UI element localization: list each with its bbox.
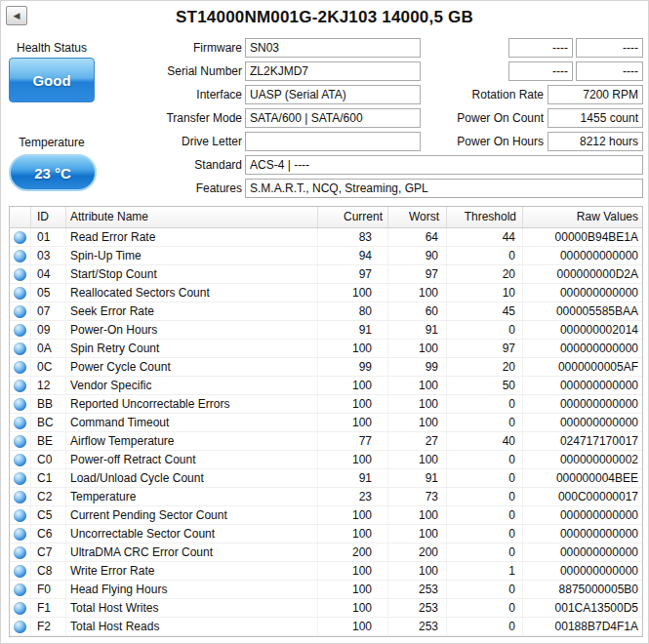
field-value-power-on-count: 1455 count xyxy=(548,108,643,128)
attr-id: F0 xyxy=(31,581,66,598)
table-row[interactable]: 01Read Error Rate83644400000B94BE1A xyxy=(10,228,642,247)
status-dot-blue-icon xyxy=(14,509,26,522)
table-row[interactable]: 04Start/Stop Count979720000000000D2A xyxy=(10,265,642,284)
attr-raw-values: 001CA13500D5 xyxy=(523,599,642,617)
attr-worst: 100 xyxy=(388,414,447,431)
status-cell xyxy=(10,562,31,580)
attr-worst: 100 xyxy=(388,506,447,524)
status-cell xyxy=(10,469,31,487)
attr-id: C1 xyxy=(31,469,66,487)
attr-name: Airflow Temperature xyxy=(66,432,318,450)
attr-current: 99 xyxy=(318,358,388,376)
attr-worst: 253 xyxy=(388,618,447,635)
column-header-id: ID xyxy=(31,207,66,227)
attr-name: Uncorrectable Sector Count xyxy=(66,525,318,543)
column-header-cur: Current xyxy=(318,207,388,227)
attr-id: C5 xyxy=(31,506,66,524)
attr-threshold: 0 xyxy=(447,506,523,524)
table-row[interactable]: C5Current Pending Sector Count1001000000… xyxy=(10,506,642,525)
column-header-thr: Threshold xyxy=(447,207,523,227)
field-label-serial-number: Serial Number xyxy=(79,64,242,78)
attr-id: 0C xyxy=(31,358,66,376)
status-dot-blue-icon xyxy=(14,584,26,596)
table-row[interactable]: C1Load/Unload Cycle Count91910000000004B… xyxy=(10,469,642,488)
attr-name: Vendor Specific xyxy=(66,377,318,394)
attr-id: BC xyxy=(31,414,66,431)
attr-threshold: 50 xyxy=(447,377,523,394)
attr-current: 200 xyxy=(318,543,388,561)
status-dot-blue-icon xyxy=(14,361,26,374)
field-label-features: Features xyxy=(79,181,242,195)
attr-worst: 99 xyxy=(388,358,447,376)
attr-name: Temperature xyxy=(66,488,318,505)
attr-current: 100 xyxy=(318,377,388,394)
field-value-serial-number: ZL2KJMD7 xyxy=(245,61,421,81)
attr-worst: 253 xyxy=(388,599,447,617)
table-row[interactable]: 0CPower Cycle Count9999200000000005AF xyxy=(10,358,642,377)
table-row[interactable]: C6Uncorrectable Sector Count100100000000… xyxy=(10,525,642,543)
attr-raw-values: 000000000000 xyxy=(523,562,642,580)
attr-current: 77 xyxy=(318,432,388,450)
attr-id: BE xyxy=(31,432,66,450)
status-cell xyxy=(10,581,31,598)
table-row[interactable]: C7UltraDMA CRC Error Count20020000000000… xyxy=(10,543,642,562)
status-cell xyxy=(10,599,31,617)
attr-name: Power-On Hours xyxy=(66,321,318,339)
table-row[interactable]: 09Power-On Hours91910000000002014 xyxy=(10,321,642,340)
attr-raw-values: 000000000002 xyxy=(523,451,642,468)
attr-raw-values: 00188B7D4F1A xyxy=(523,618,642,635)
table-row[interactable]: C8Write Error Rate1001001000000000000 xyxy=(10,562,642,581)
attr-name: Spin-Up Time xyxy=(66,247,318,264)
attr-current: 100 xyxy=(318,340,388,357)
column-header-dot xyxy=(10,207,31,227)
attr-raw-values: 000000000000 xyxy=(523,395,642,413)
attr-worst: 91 xyxy=(388,321,447,339)
status-dot-blue-icon xyxy=(14,231,26,244)
attr-name: Power-off Retract Count xyxy=(66,451,318,468)
dash-value-b: ---- xyxy=(576,61,643,81)
attr-worst: 97 xyxy=(388,265,447,283)
status-dot-blue-icon xyxy=(14,268,26,281)
table-row[interactable]: 05Reallocated Sectors Count1001001000000… xyxy=(10,284,642,302)
table-row[interactable]: 12Vendor Specific10010050000000000000 xyxy=(10,377,642,395)
status-cell xyxy=(10,284,31,302)
status-dot-blue-icon xyxy=(14,602,26,615)
app: ◀ ST14000NM001G-2KJ103 14000,5 GB Health… xyxy=(0,0,649,644)
attr-worst: 64 xyxy=(388,228,447,246)
attr-id: C8 xyxy=(31,562,66,580)
column-header-raw: Raw Values xyxy=(523,207,642,227)
attr-worst: 100 xyxy=(388,377,447,394)
field-value-drive-letter xyxy=(245,132,421,151)
field-label-power-on-hours: Power On Hours xyxy=(411,135,544,148)
table-row[interactable]: BCCommand Timeout1001000000000000000 xyxy=(10,414,642,432)
field-label-power-on-count: Power On Count xyxy=(411,111,544,125)
table-row[interactable]: 07Seek Error Rate806045000005585BAA xyxy=(10,302,642,321)
table-row[interactable]: C2Temperature23730000C00000017 xyxy=(10,488,642,506)
table-row[interactable]: C0Power-off Retract Count100100000000000… xyxy=(10,451,642,469)
status-dot-blue-icon xyxy=(14,565,26,578)
table-row[interactable]: F0Head Flying Hours10025308875000005B0 xyxy=(10,581,642,599)
attr-id: 07 xyxy=(31,302,66,320)
table-row[interactable]: 03Spin-Up Time94900000000000000 xyxy=(10,247,642,265)
status-cell xyxy=(10,395,31,413)
table-row[interactable]: BEAirflow Temperature772740024717170017 xyxy=(10,432,642,451)
attr-id: C6 xyxy=(31,525,66,543)
table-row[interactable]: F1Total Host Writes1002530001CA13500D5 xyxy=(10,599,642,618)
attr-id: C0 xyxy=(31,451,66,468)
attr-worst: 73 xyxy=(388,488,447,505)
attr-current: 83 xyxy=(318,228,388,246)
attr-current: 100 xyxy=(318,395,388,413)
dash-value-a: ---- xyxy=(508,61,573,81)
status-cell xyxy=(10,451,31,468)
status-dot-blue-icon xyxy=(14,472,26,485)
table-row[interactable]: F2Total Host Reads100253000188B7D4F1A xyxy=(10,618,642,636)
attr-current: 91 xyxy=(318,469,388,487)
table-row[interactable]: BBReported Uncorrectable Errors100100000… xyxy=(10,395,642,414)
status-dot-blue-icon xyxy=(14,528,26,541)
status-cell xyxy=(10,432,31,450)
status-cell xyxy=(10,377,31,394)
attr-raw-values: 000000002014 xyxy=(523,321,642,339)
status-dot-blue-icon xyxy=(14,380,26,392)
attr-current: 94 xyxy=(318,247,388,264)
table-row[interactable]: 0ASpin Retry Count10010097000000000000 xyxy=(10,340,642,358)
